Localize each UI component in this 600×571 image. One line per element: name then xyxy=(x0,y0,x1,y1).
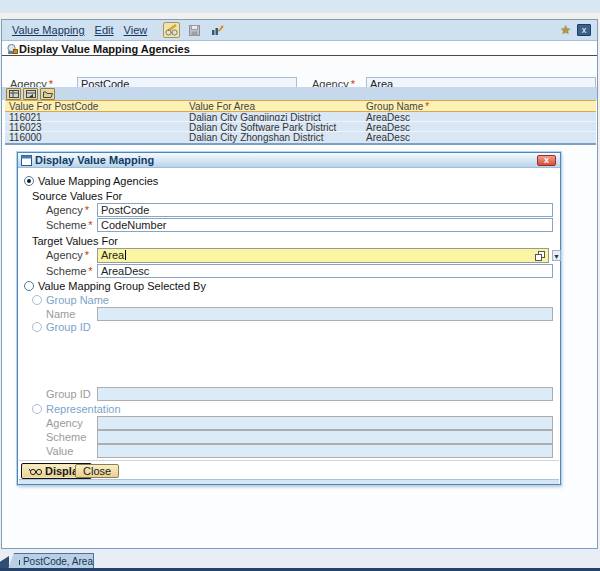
rep-agency-label: Agency xyxy=(46,417,83,430)
dialog-title-bar[interactable]: Display Value Mapping x xyxy=(18,153,560,168)
radio-representation xyxy=(32,404,42,414)
cell-group: AreaDesc xyxy=(362,132,596,143)
text-cursor xyxy=(125,250,126,260)
table-toolbar-button-3[interactable] xyxy=(40,88,55,100)
display-change-button[interactable] xyxy=(163,22,180,38)
menu-edit[interactable]: Edit xyxy=(95,24,114,36)
glasses-icon xyxy=(29,467,42,476)
dialog-window-icon xyxy=(21,155,32,166)
rep-value-field xyxy=(97,444,553,458)
name-field xyxy=(97,307,553,321)
source-agency-field[interactable]: PostCode xyxy=(97,203,553,217)
name-label: Name xyxy=(46,308,75,321)
radio-value-mapping-agencies[interactable] xyxy=(24,176,34,186)
table-arrow-icon xyxy=(26,90,36,98)
cell-postcode: 116023 xyxy=(5,122,185,131)
table-toolbar xyxy=(2,87,597,100)
cell-postcode: 116000 xyxy=(5,132,185,143)
taskbar-tab[interactable]: PostCode, Area xyxy=(8,553,94,569)
close-button[interactable]: Close xyxy=(75,464,119,478)
display-value-mapping-dialog: Display Value Mapping x Value Mapping Ag… xyxy=(17,152,561,485)
value-mapping-icon xyxy=(18,556,20,566)
radio-group-name xyxy=(32,295,42,305)
cell-group: AreaDesc xyxy=(362,112,596,121)
column-header-group-name[interactable]: Group Name* xyxy=(362,101,596,111)
group-id-label: Group ID xyxy=(46,388,91,401)
top-band xyxy=(0,0,600,13)
agencies-panel-header: Display Value Mapping Agencies xyxy=(2,42,597,56)
rep-agency-field xyxy=(97,416,553,430)
radio-group-label: Value Mapping Group Selected By xyxy=(38,280,206,292)
rep-value-label: Value xyxy=(46,445,73,458)
menu-bar: Value Mapping Edit View xyxy=(2,20,597,41)
agencies-icon xyxy=(6,43,18,55)
radio-agencies-label: Value Mapping Agencies xyxy=(38,175,158,187)
menu-value-mapping[interactable]: Value Mapping xyxy=(12,24,85,36)
group-id-field xyxy=(97,387,553,401)
cell-area: Dalian City Gangjingzi District xyxy=(185,112,362,121)
table-row[interactable]: 116021 Dalian City Gangjingzi District A… xyxy=(5,112,596,122)
target-agency-field[interactable]: Area xyxy=(97,248,549,263)
source-agency-label: Agency* xyxy=(46,204,89,217)
cell-area: Dalian City Zhongshan District xyxy=(185,132,362,143)
cell-postcode: 116021 xyxy=(5,112,185,121)
button-separator xyxy=(19,460,559,461)
open-folder-icon xyxy=(43,90,53,98)
value-mapping-icon xyxy=(211,25,224,36)
favorites-star-icon[interactable]: ★ xyxy=(560,23,571,37)
radio-group-name-label: Group Name xyxy=(46,294,109,306)
dropdown-arrow-button[interactable]: ▼ xyxy=(552,250,561,261)
save-button[interactable] xyxy=(186,22,203,38)
target-values-group-label: Target Values For xyxy=(32,235,118,247)
target-agency-label: Agency* xyxy=(46,249,89,262)
table-header-row: Value For PostCode Value For Area Group … xyxy=(5,100,596,112)
table-toolbar-button-1[interactable] xyxy=(6,88,21,100)
table-row[interactable]: 116000 Dalian City Zhongshan District Ar… xyxy=(5,132,596,143)
value-mapping-table: Value For PostCode Value For Area Group … xyxy=(5,100,596,145)
taskbar-tab-label: PostCode, Area xyxy=(23,556,93,567)
radio-representation-label: Representation xyxy=(46,403,121,415)
cell-group: AreaDesc xyxy=(362,122,596,131)
table-toolbar-button-2[interactable] xyxy=(23,88,38,100)
menu-view[interactable]: View xyxy=(124,24,148,36)
dialog-close-button[interactable]: x xyxy=(537,155,556,166)
save-icon xyxy=(189,25,200,36)
source-scheme-field[interactable]: CodeNumber xyxy=(97,218,553,232)
pencil-glasses-icon xyxy=(165,24,178,36)
radio-group-id-label: Group ID xyxy=(46,321,91,333)
dialog-bottom-strip xyxy=(19,479,559,484)
value-help-icon[interactable] xyxy=(535,251,546,262)
rep-scheme-field xyxy=(97,430,553,444)
column-header-postcode[interactable]: Value For PostCode xyxy=(5,101,185,111)
column-header-area[interactable]: Value For Area xyxy=(185,101,362,111)
source-scheme-label: Scheme* xyxy=(46,219,93,232)
value-mapping-toolbar-button[interactable] xyxy=(209,22,226,38)
table-row[interactable]: 116023 Dalian City Software Park Distric… xyxy=(5,122,596,132)
panel-title: Display Value Mapping Agencies xyxy=(19,43,190,55)
rep-scheme-label: Scheme xyxy=(46,431,86,444)
radio-value-mapping-group[interactable] xyxy=(24,281,34,291)
window-close-button[interactable]: x xyxy=(577,24,591,36)
cell-area: Dalian City Software Park District xyxy=(185,122,362,131)
target-scheme-field[interactable]: AreaDesc xyxy=(97,264,553,278)
target-scheme-label: Scheme* xyxy=(46,265,93,278)
dialog-title: Display Value Mapping xyxy=(35,154,154,166)
radio-group-id xyxy=(32,322,42,332)
table-icon xyxy=(9,90,19,98)
source-values-group-label: Source Values For xyxy=(32,190,122,202)
